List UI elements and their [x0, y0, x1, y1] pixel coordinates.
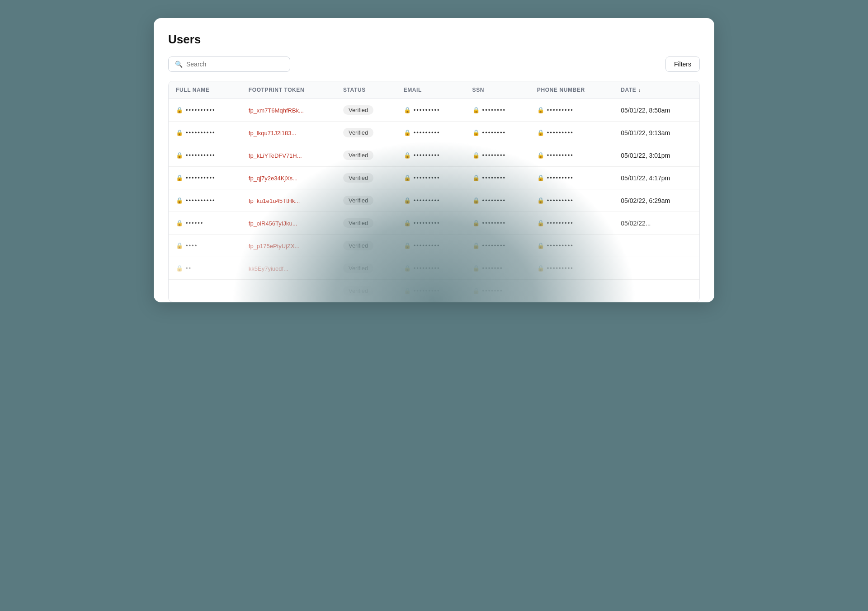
- table-row[interactable]: Verified🔒•••••••••🔒•••••••: [169, 280, 699, 302]
- cell-email: 🔒•••••••••: [396, 122, 465, 144]
- cell-ssn: 🔒••••••••: [465, 212, 530, 235]
- token-link[interactable]: fp_ku1e1u45TtHk...: [249, 197, 300, 204]
- phone-dots: •••••••••: [547, 152, 574, 159]
- cell-status: Verified: [336, 280, 396, 302]
- col-date[interactable]: DATE ↓: [613, 81, 699, 99]
- cell-email: 🔒•••••••••: [396, 280, 465, 302]
- lock-icon: 🔒: [472, 107, 480, 113]
- lock-icon: 🔒: [404, 174, 411, 181]
- lock-icon: 🔒: [176, 107, 183, 113]
- toolbar: 🔍 Filters: [168, 56, 700, 72]
- lock-icon: 🔒: [472, 152, 480, 159]
- lock-icon: 🔒: [472, 129, 480, 136]
- email-dots: •••••••••: [414, 174, 440, 181]
- cell-status: Verified: [336, 167, 396, 189]
- cell-status: Verified: [336, 212, 396, 235]
- cell-full-name: 🔒••••••••••: [169, 122, 241, 144]
- status-badge: Verified: [343, 128, 373, 137]
- lock-icon: 🔒: [176, 174, 183, 181]
- full-name-dots: ••: [186, 265, 192, 272]
- token-link[interactable]: kk5Ey7yiuedf...: [249, 265, 288, 272]
- page-title: Users: [168, 33, 700, 47]
- col-full-name: FULL NAME: [169, 81, 241, 99]
- cell-date: [613, 280, 699, 302]
- cell-footprint-token[interactable]: fp_lkqu71J2i183...: [241, 122, 336, 144]
- cell-footprint-token[interactable]: fp_oiR456TyIJku...: [241, 212, 336, 235]
- table-row[interactable]: 🔒••kk5Ey7yiuedf...Verified🔒•••••••••🔒•••…: [169, 257, 699, 280]
- lock-icon: 🔒: [404, 107, 411, 113]
- email-dots: •••••••••: [414, 129, 440, 136]
- cell-footprint-token[interactable]: fp_xm7T6MqhfRBk...: [241, 99, 336, 122]
- cell-phone-number: 🔒•••••••••: [530, 167, 613, 189]
- cell-footprint-token[interactable]: fp_p175ePtyUjZX...: [241, 235, 336, 257]
- lock-icon: 🔒: [404, 152, 411, 159]
- lock-icon: 🔒: [472, 220, 480, 226]
- ssn-dots: •••••••: [482, 287, 503, 294]
- lock-icon: 🔒: [404, 242, 411, 249]
- full-name-dots: ••••••••••: [186, 152, 216, 159]
- phone-dots: •••••••••: [547, 197, 574, 204]
- full-name-dots: ••••••••••: [186, 107, 216, 113]
- table-row[interactable]: 🔒••••••••••fp_kLiYTeDFV71H...Verified🔒••…: [169, 144, 699, 167]
- status-badge: Verified: [343, 196, 373, 205]
- cell-footprint-token[interactable]: fp_kLiYTeDFV71H...: [241, 144, 336, 167]
- table-row[interactable]: 🔒••••••••••fp_ku1e1u45TtHk...Verified🔒••…: [169, 189, 699, 212]
- lock-icon: 🔒: [176, 220, 183, 226]
- cell-full-name: 🔒••••••••••: [169, 189, 241, 212]
- cell-footprint-token[interactable]: fp_qj7y2e34KjXs...: [241, 167, 336, 189]
- table-row[interactable]: 🔒••••fp_p175ePtyUjZX...Verified🔒••••••••…: [169, 235, 699, 257]
- cell-footprint-token[interactable]: fp_ku1e1u45TtHk...: [241, 189, 336, 212]
- status-badge: Verified: [343, 218, 373, 228]
- cell-status: Verified: [336, 122, 396, 144]
- cell-email: 🔒•••••••••: [396, 257, 465, 280]
- cell-footprint-token[interactable]: kk5Ey7yiuedf...: [241, 257, 336, 280]
- cell-email: 🔒•••••••••: [396, 144, 465, 167]
- token-link[interactable]: fp_xm7T6MqhfRBk...: [249, 107, 304, 114]
- phone-dots: •••••••••: [547, 242, 574, 249]
- token-link[interactable]: fp_p175ePtyUjZX...: [249, 243, 300, 249]
- cell-ssn: 🔒••••••••: [465, 99, 530, 122]
- token-link[interactable]: fp_oiR456TyIJku...: [249, 220, 297, 227]
- email-dots: •••••••••: [414, 107, 440, 113]
- cell-status: Verified: [336, 99, 396, 122]
- email-dots: •••••••••: [414, 220, 440, 226]
- search-box[interactable]: 🔍: [168, 56, 290, 72]
- cell-status: Verified: [336, 235, 396, 257]
- table-row[interactable]: 🔒••••••••••fp_lkqu71J2i183...Verified🔒••…: [169, 122, 699, 144]
- table-row[interactable]: 🔒••••••fp_oiR456TyIJku...Verified🔒••••••…: [169, 212, 699, 235]
- cell-email: 🔒•••••••••: [396, 167, 465, 189]
- cell-ssn: 🔒••••••••: [465, 167, 530, 189]
- status-badge: Verified: [343, 286, 373, 296]
- lock-icon: 🔒: [537, 174, 544, 181]
- cell-email: 🔒•••••••••: [396, 235, 465, 257]
- ssn-dots: ••••••••: [482, 197, 506, 204]
- email-dots: •••••••••: [414, 152, 440, 159]
- table-row[interactable]: 🔒••••••••••fp_qj7y2e34KjXs...Verified🔒••…: [169, 167, 699, 189]
- col-email: EMAIL: [396, 81, 465, 99]
- lock-icon: 🔒: [472, 242, 480, 249]
- cell-footprint-token[interactable]: [241, 280, 336, 302]
- cell-status: Verified: [336, 144, 396, 167]
- cell-date: 05/01/22, 9:13am: [613, 122, 699, 144]
- lock-icon: 🔒: [537, 129, 544, 136]
- lock-icon: 🔒: [404, 197, 411, 204]
- lock-icon: 🔒: [537, 242, 544, 249]
- lock-icon: 🔒: [176, 129, 183, 136]
- table-row[interactable]: 🔒••••••••••fp_xm7T6MqhfRBk...Verified🔒••…: [169, 99, 699, 122]
- cell-status: Verified: [336, 189, 396, 212]
- lock-icon: 🔒: [404, 265, 411, 272]
- token-link[interactable]: fp_lkqu71J2i183...: [249, 130, 297, 136]
- lock-icon: 🔒: [176, 265, 183, 272]
- ssn-dots: ••••••••: [482, 242, 506, 249]
- cell-date: 05/01/22, 3:01pm: [613, 144, 699, 167]
- search-input[interactable]: [186, 61, 283, 68]
- token-link[interactable]: fp_kLiYTeDFV71H...: [249, 152, 302, 159]
- phone-dots: •••••••••: [547, 220, 574, 226]
- full-name-dots: ••••••: [186, 220, 203, 226]
- filters-button[interactable]: Filters: [665, 56, 700, 72]
- cell-phone-number: 🔒•••••••••: [530, 122, 613, 144]
- status-badge: Verified: [343, 263, 373, 273]
- token-link[interactable]: fp_qj7y2e34KjXs...: [249, 175, 297, 182]
- cell-ssn: 🔒•••••••: [465, 257, 530, 280]
- lock-icon: 🔒: [537, 220, 544, 226]
